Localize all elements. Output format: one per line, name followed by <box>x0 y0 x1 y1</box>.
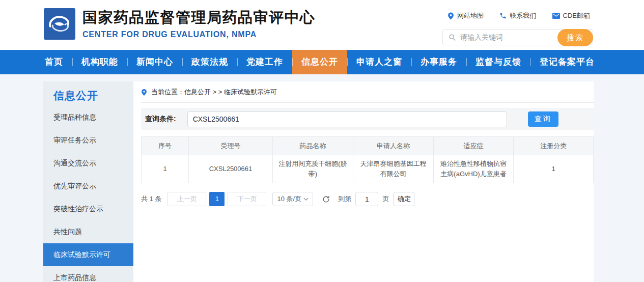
query-bar: 查询条件: 查询 <box>141 108 594 130</box>
mailbox-link[interactable]: CDE邮箱 <box>552 11 590 20</box>
pagination-total: 共 1 条 <box>141 194 161 204</box>
page-size-value: 10 条/页 <box>277 194 301 204</box>
cell-indication: 难治性急性移植物抗宿主病(aGvHD)儿童患者 <box>434 155 514 183</box>
main-panel: 当前位置：信息公开 > > 临床试验默示许可 查询条件: 查询 序号 受理号 药… <box>133 81 594 282</box>
nav-item-supervision[interactable]: 监督与反馈 <box>466 50 530 74</box>
cell-drug-name: 注射用间充质干细胞(脐带) <box>273 155 353 183</box>
magnifier-icon <box>449 34 456 41</box>
cde-logo[interactable] <box>44 8 75 40</box>
next-page-button[interactable]: 下一页 <box>228 192 266 206</box>
sitemap-link[interactable]: 网站地图 <box>447 11 484 20</box>
col-registration-class: 注册分类 <box>514 137 594 155</box>
content-area: 信息公开 受理品种信息 审评任务公示 沟通交流公示 优先审评公示 突破性治疗公示… <box>0 74 644 282</box>
mailbox-label: CDE邮箱 <box>563 11 590 20</box>
map-pin-icon <box>141 89 147 96</box>
site-title: 国家药品监督管理局药品审评中心 <box>82 8 316 26</box>
site-search-button[interactable]: 搜索 <box>557 29 593 46</box>
sidebar-item-accepted-varieties[interactable]: 受理品种信息 <box>43 106 133 129</box>
chevron-down-icon <box>303 198 309 201</box>
sidebar: 信息公开 受理品种信息 审评任务公示 沟通交流公示 优先审评公示 突破性治疗公示… <box>43 81 133 282</box>
sidebar-item-priority-review[interactable]: 优先审评公示 <box>43 175 133 198</box>
sidebar-item-review-tasks[interactable]: 审评任务公示 <box>43 129 133 152</box>
col-indication: 适应症 <box>434 137 514 155</box>
sitemap-label: 网站地图 <box>457 11 484 20</box>
nav-item-info-disclosure[interactable]: 信息公开 <box>292 50 347 74</box>
cell-applicant: 天津昂赛细胞基因工程有限公司 <box>353 155 434 183</box>
table-row: 1 CXSL2500661 注射用间充质干细胞(脐带) 天津昂赛细胞基因工程有限… <box>142 155 594 183</box>
nav-item-applicant-window[interactable]: 申请人之窗 <box>347 50 411 74</box>
main-nav: 首页 机构职能 新闻中心 政策法规 党建工作 信息公开 申请人之窗 办事服务 监… <box>0 50 644 74</box>
col-applicant: 申请人名称 <box>353 137 434 155</box>
cell-registration-class: 1 <box>514 155 594 183</box>
goto-page-unit: 页 <box>382 194 389 204</box>
prev-page-button[interactable]: 上一页 <box>167 192 206 206</box>
page: 国家药品监督管理局药品审评中心 CENTER FOR DRUG EVALUATI… <box>0 0 644 282</box>
sidebar-item-clinical-trial-license[interactable]: 临床试验默示许可 <box>43 243 133 266</box>
query-label: 查询条件: <box>145 115 176 124</box>
contact-link[interactable]: 联系我们 <box>499 11 536 20</box>
table-header-row: 序号 受理号 药品名称 申请人名称 适应症 注册分类 <box>142 137 594 155</box>
col-acceptance-no: 受理号 <box>189 137 273 155</box>
results-table: 序号 受理号 药品名称 申请人名称 适应症 注册分类 1 CXSL2500661… <box>141 136 594 183</box>
nav-item-functions[interactable]: 机构职能 <box>72 50 127 74</box>
page-number-1[interactable]: 1 <box>209 192 225 206</box>
brand-block: 国家药品监督管理局药品审评中心 CENTER FOR DRUG EVALUATI… <box>82 8 316 39</box>
goto-page-input[interactable] <box>355 192 378 206</box>
refresh-icon[interactable] <box>322 195 330 204</box>
site-subtitle: CENTER FOR DRUG EVALUATION, NMPA <box>82 30 316 39</box>
goto-page-label: 到第 <box>338 194 351 204</box>
sidebar-item-breakthrough-therapy[interactable]: 突破性治疗公示 <box>43 198 133 220</box>
sidebar-item-common-issues[interactable]: 共性问题 <box>43 220 133 243</box>
header-right: 网站地图 联系我们 CDE邮箱 <box>442 11 593 45</box>
nav-item-policy[interactable]: 政策法规 <box>182 50 237 74</box>
phone-icon <box>499 12 507 19</box>
mail-icon <box>552 13 560 19</box>
goto-confirm-button[interactable]: 确定 <box>394 192 414 206</box>
map-pin-icon <box>447 12 454 20</box>
nav-item-home[interactable]: 首页 <box>36 50 72 74</box>
nav-item-registration-platform[interactable]: 登记备案平台 <box>530 50 604 74</box>
site-header: 国家药品监督管理局药品审评中心 CENTER FOR DRUG EVALUATI… <box>0 0 644 50</box>
query-input[interactable] <box>187 111 507 127</box>
quick-links: 网站地图 联系我们 CDE邮箱 <box>442 11 593 20</box>
cde-logo-icon <box>44 8 75 40</box>
breadcrumb: 当前位置：信息公开 > > 临床试验默示许可 <box>141 88 594 103</box>
nav-item-party[interactable]: 党建工作 <box>237 50 292 74</box>
page-size-select[interactable]: 10 条/页 <box>272 192 313 206</box>
col-seq: 序号 <box>142 137 189 155</box>
site-search-bar: 搜索 <box>442 29 593 45</box>
query-button[interactable]: 查询 <box>528 111 558 127</box>
col-drug-name: 药品名称 <box>273 137 353 155</box>
cell-seq: 1 <box>142 155 189 183</box>
pagination: 共 1 条 上一页 1 下一页 10 条/页 到第 页 确定 <box>141 192 594 206</box>
cell-acceptance-no: CXSL2500661 <box>189 155 273 183</box>
sidebar-item-marketed-drugs[interactable]: 上市药品信息 <box>43 266 133 282</box>
nav-item-services[interactable]: 办事服务 <box>411 50 466 74</box>
sidebar-title: 信息公开 <box>43 81 133 106</box>
sidebar-item-communication[interactable]: 沟通交流公示 <box>43 152 133 175</box>
nav-item-news[interactable]: 新闻中心 <box>127 50 182 74</box>
breadcrumb-text: 当前位置：信息公开 > > 临床试验默示许可 <box>151 88 277 97</box>
contact-label: 联系我们 <box>510 11 536 20</box>
